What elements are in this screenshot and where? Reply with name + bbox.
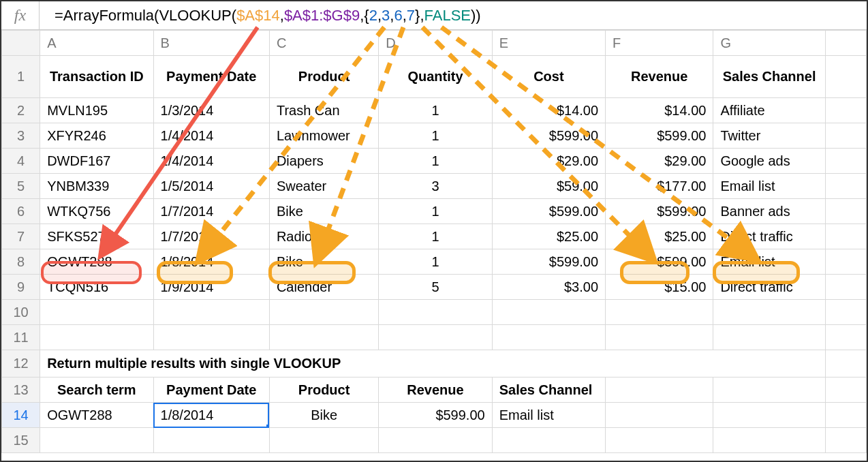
col-header-B[interactable]: B <box>153 31 269 56</box>
cell[interactable] <box>713 300 825 325</box>
cell[interactable]: $177.00 <box>606 174 713 199</box>
cell[interactable] <box>269 325 378 350</box>
cell-D14[interactable]: $599.00 <box>379 403 492 428</box>
cell[interactable] <box>492 428 605 453</box>
cell-G1[interactable]: Sales Channel <box>713 56 825 98</box>
cell-blank[interactable] <box>825 123 866 149</box>
cell-blank[interactable] <box>825 149 866 174</box>
col-header-G[interactable]: G <box>713 31 825 56</box>
col-header-E[interactable]: E <box>492 31 605 56</box>
cell[interactable]: WTKQ756 <box>40 199 153 224</box>
col-header-C[interactable]: C <box>269 31 378 56</box>
row-header-10[interactable]: 10 <box>2 300 40 325</box>
cell[interactable] <box>713 428 825 453</box>
cell[interactable]: Banner ads <box>713 199 825 224</box>
cell-E8[interactable]: $599.00 <box>492 249 605 275</box>
cell[interactable]: Payment Date <box>153 378 269 403</box>
cell[interactable]: MVLN195 <box>40 98 153 123</box>
cell-F8[interactable]: $599.00 <box>606 249 713 275</box>
cell[interactable]: XFYR246 <box>40 123 153 149</box>
cell-D8[interactable]: 1 <box>379 249 492 275</box>
cell[interactable]: Trash Can <box>269 98 378 123</box>
cell[interactable]: Bike <box>269 199 378 224</box>
cell-E14[interactable]: Email list <box>492 403 605 428</box>
cell[interactable] <box>606 378 713 403</box>
cell-blank[interactable] <box>825 174 866 199</box>
cell[interactable]: 5 <box>379 275 492 300</box>
cell[interactable] <box>713 378 825 403</box>
cell[interactable]: 1 <box>379 224 492 249</box>
cell[interactable] <box>40 325 153 350</box>
cell[interactable] <box>492 325 605 350</box>
cell-blank[interactable] <box>825 56 866 98</box>
cell-C8[interactable]: Bike <box>269 249 378 275</box>
cell[interactable]: $59.00 <box>492 174 605 199</box>
row-header-11[interactable]: 11 <box>2 325 40 350</box>
cell[interactable]: DWDF167 <box>40 149 153 174</box>
cell[interactable]: $3.00 <box>492 275 605 300</box>
cell-A14[interactable]: OGWT288 <box>40 403 153 428</box>
cell[interactable]: Calender <box>269 275 378 300</box>
cell[interactable]: 1 <box>379 98 492 123</box>
cell[interactable] <box>606 403 713 428</box>
cell[interactable] <box>606 428 713 453</box>
cell[interactable]: Radio <box>269 224 378 249</box>
row-header-8[interactable]: 8 <box>2 249 40 275</box>
cell[interactable]: Search term <box>40 378 153 403</box>
cell[interactable] <box>379 325 492 350</box>
cell[interactable]: TCQN516 <box>40 275 153 300</box>
cell[interactable] <box>825 403 866 428</box>
cell[interactable]: $29.00 <box>492 149 605 174</box>
cell[interactable] <box>40 428 153 453</box>
cell[interactable]: 1/5/2014 <box>153 174 269 199</box>
cell[interactable] <box>492 300 605 325</box>
cell-blank[interactable] <box>825 199 866 224</box>
cell[interactable]: Product <box>269 378 378 403</box>
cell-blank[interactable] <box>825 98 866 123</box>
cell[interactable]: Twitter <box>713 123 825 149</box>
cell[interactable] <box>379 428 492 453</box>
cell[interactable]: Direct traffic <box>713 275 825 300</box>
cell-F1[interactable]: Revenue <box>606 56 713 98</box>
cell-B8[interactable]: 1/8/2014 <box>153 249 269 275</box>
cell[interactable]: $29.00 <box>606 149 713 174</box>
cell[interactable] <box>713 403 825 428</box>
col-header-D[interactable]: D <box>379 31 492 56</box>
cell[interactable]: SFKS527 <box>40 224 153 249</box>
cell-D1[interactable]: Quantity <box>379 56 492 98</box>
row-header-1[interactable]: 1 <box>2 56 40 98</box>
cell[interactable]: Email list <box>713 174 825 199</box>
cell[interactable] <box>153 428 269 453</box>
cell-E1[interactable]: Cost <box>492 56 605 98</box>
cell[interactable] <box>825 428 866 453</box>
cell[interactable]: 1/4/2014 <box>153 123 269 149</box>
col-header-F[interactable]: F <box>606 31 713 56</box>
cell-blank[interactable] <box>825 275 866 300</box>
cell[interactable]: Google ads <box>713 149 825 174</box>
cell[interactable]: $15.00 <box>606 275 713 300</box>
cell-A1[interactable]: Transaction ID <box>40 56 153 98</box>
row-header-6[interactable]: 6 <box>2 199 40 224</box>
cell[interactable]: 1 <box>379 199 492 224</box>
cell[interactable]: 1/7/2014 <box>153 199 269 224</box>
cell[interactable] <box>713 325 825 350</box>
cell[interactable]: 1/9/2014 <box>153 275 269 300</box>
cell[interactable] <box>606 300 713 325</box>
cell-blank[interactable] <box>825 249 866 275</box>
cell[interactable]: Sales Channel <box>492 378 605 403</box>
cell-C14[interactable]: Bike <box>269 403 378 428</box>
row-header-13[interactable]: 13 <box>2 378 40 403</box>
cell[interactable] <box>825 350 866 378</box>
cell[interactable] <box>153 325 269 350</box>
cell-A8[interactable]: OGWT288 <box>40 249 153 275</box>
cell[interactable]: 1 <box>379 123 492 149</box>
cell[interactable]: $25.00 <box>492 224 605 249</box>
col-header-blank[interactable] <box>825 31 866 56</box>
cell[interactable]: Direct traffic <box>713 224 825 249</box>
cell[interactable]: 1 <box>379 149 492 174</box>
cell[interactable] <box>153 300 269 325</box>
cell[interactable] <box>606 325 713 350</box>
cell-G8[interactable]: Email list <box>713 249 825 275</box>
cell[interactable]: Affiliate <box>713 98 825 123</box>
cell[interactable]: $599.00 <box>606 199 713 224</box>
